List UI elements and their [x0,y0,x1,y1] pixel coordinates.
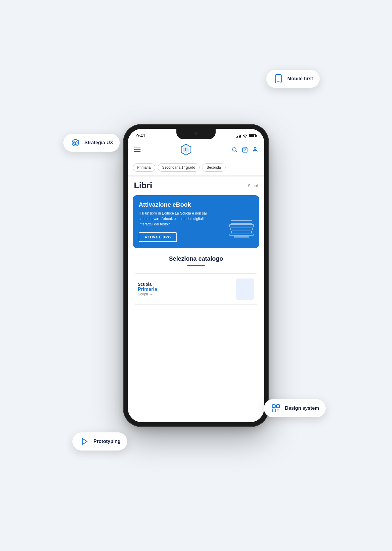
ebook-banner: Attivazione eBook Hai un libro di Editri… [133,195,259,248]
svg-point-6 [254,148,256,150]
svg-rect-8 [229,225,254,227]
svg-rect-21 [272,409,275,412]
section-title: Libri [134,181,152,190]
badge-strategia-ux-label: Strategia UX [84,140,113,145]
svg-rect-11 [230,234,253,236]
camera-notch [194,131,198,135]
status-time: 9:41 [136,133,145,138]
svg-line-4 [236,151,237,152]
badge-prototyping-label: Prototyping [93,439,121,444]
badge-mobile-first-label: Mobile first [287,76,313,81]
badge-design-system-label: Design system [285,406,319,411]
battery-icon [249,134,256,137]
header-icons [232,147,258,153]
phone-screen: 9:41 [128,129,264,422]
svg-text:L: L [185,147,188,152]
svg-marker-23 [82,438,87,444]
school-discover[interactable]: Scopri → [138,292,157,296]
school-name: Scuola [138,282,157,287]
search-icon[interactable] [232,147,238,153]
phone-frame: 9:41 [124,125,268,426]
svg-rect-12 [234,236,249,238]
badge-strategia-ux: Strategia UX [63,134,120,152]
app-header: L [128,141,264,160]
ebook-banner-desc: Hai un libro di Editrice La Scuola e non… [139,211,207,227]
palette-pen-icon [270,403,281,414]
badge-design-system: Design system [264,399,326,417]
smartphone-icon [273,73,284,84]
hamburger-icon[interactable] [134,148,141,152]
status-icons [236,134,256,138]
catalogo-section: Seleziona catalogo [128,250,264,273]
svg-point-18 [75,142,76,143]
play-triangle-icon [79,436,90,447]
ebook-illustration [228,219,255,244]
target-loop-icon [70,137,81,148]
school-card[interactable]: Scuola Primaria Scopri → [133,273,259,305]
school-image [236,279,254,300]
category-primaria[interactable]: Primaria [133,163,155,172]
main-scene: 9:41 [90,34,302,517]
signal-icon [236,134,241,138]
ebook-banner-title: Attivazione eBook [139,201,253,208]
section-scroll-label[interactable]: Scorri [248,183,258,188]
badge-mobile-first: Mobile first [266,70,320,88]
cart-icon[interactable] [242,147,248,153]
school-type: Primaria [138,287,157,292]
user-icon[interactable] [252,147,258,153]
svg-rect-7 [231,221,252,224]
attiva-libro-button[interactable]: ATTIVA LIBRO [139,232,177,242]
categories-row: Primaria Secondaria 1° grado Seconda [128,160,264,175]
wifi-icon [243,134,248,138]
category-secondaria-1[interactable]: Secondaria 1° grado [158,163,200,172]
svg-rect-19 [272,405,275,408]
app-logo: L [179,143,193,156]
badge-prototyping: Prototyping [72,432,127,451]
catalogo-underline [187,265,205,266]
svg-rect-20 [277,405,280,408]
category-seconda[interactable]: Seconda [202,163,225,172]
catalogo-title: Seleziona catalogo [134,255,258,262]
section-header: Libri Scorri [128,177,264,193]
svg-rect-9 [230,228,253,230]
svg-rect-10 [232,231,251,233]
